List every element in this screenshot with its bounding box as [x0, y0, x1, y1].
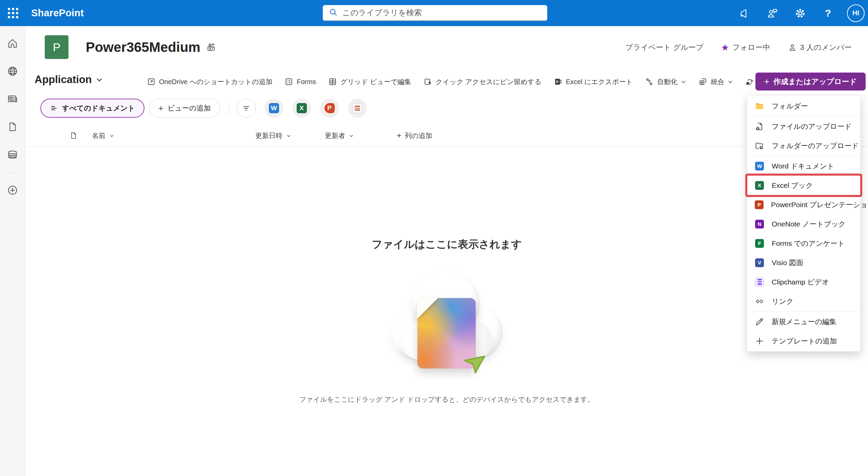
edit-grid-view-button[interactable]: グリッド ビューで編集: [328, 77, 411, 86]
account-button[interactable]: HI: [847, 4, 865, 22]
person-feedback-icon: [767, 7, 778, 19]
filter-views-button[interactable]: [237, 99, 256, 118]
folder-icon: [755, 101, 764, 111]
forms-icon: F: [755, 239, 764, 248]
current-view-button[interactable]: すべてのドキュメント: [40, 99, 144, 118]
add-view-button[interactable]: + ビューの追加: [149, 99, 220, 118]
avatar: HI: [847, 4, 865, 22]
onenote-icon: N: [755, 220, 764, 229]
search-input[interactable]: [342, 8, 526, 17]
modified-column-header[interactable]: 更新日時: [255, 126, 291, 145]
word-icon: W: [755, 162, 764, 171]
menu-item-word-document[interactable]: W Word ドキュメント: [747, 156, 860, 176]
menu-item-powerpoint-presentation[interactable]: P PowerPoint プレゼンテーション: [747, 195, 860, 214]
grid-icon: [328, 77, 337, 86]
menu-item-forms-survey[interactable]: F Forms でのアンケート: [747, 234, 860, 253]
app-launcher-button[interactable]: [0, 0, 26, 26]
plus-circle-icon: [7, 184, 18, 196]
powerpoint-template-button[interactable]: P: [320, 99, 339, 118]
menu-item-onenote-notebook[interactable]: N OneNote ノートブック: [747, 214, 860, 234]
command-bar: Application OneDrive へのショートカットの追加 Forms …: [25, 71, 868, 93]
integrate-dropdown[interactable]: 統合: [698, 77, 733, 86]
privacy-label: プライベート グループ: [625, 42, 703, 53]
members-button[interactable]: 3 人のメンバー: [788, 42, 852, 53]
table-header-rule: [25, 146, 868, 147]
plus-icon: +: [158, 103, 163, 114]
menu-item-excel-workbook[interactable]: X Excel ブック: [747, 176, 860, 195]
create-or-upload-button[interactable]: + 作成またはアップロード: [755, 73, 866, 91]
chevron-down-icon: [349, 134, 354, 138]
menu-item-visio-drawing[interactable]: V Visio 図面: [747, 253, 860, 272]
chevron-down-icon: [728, 79, 733, 84]
pin-icon: [423, 77, 432, 86]
sync-icon: [745, 77, 754, 86]
document-icon: [7, 121, 18, 132]
search-box[interactable]: [323, 5, 547, 21]
library-name-dropdown[interactable]: Application: [35, 74, 103, 86]
name-column-header[interactable]: 名前: [92, 126, 114, 145]
menu-separator: [747, 156, 860, 156]
empty-state: ファイルはここに表示されます ファイルをここにドラッグ アンド ドロップすると、…: [25, 149, 868, 404]
export-to-excel-button[interactable]: Excel にエクスポート: [554, 77, 633, 86]
automate-dropdown[interactable]: 自動化: [645, 77, 686, 86]
site-logo[interactable]: P: [45, 35, 68, 59]
documents-table-header: 名前 更新日時 更新者 + 列の追加: [25, 126, 868, 145]
suite-header: SharePoint ?: [0, 0, 868, 26]
follow-button[interactable]: ★ フォロー中: [721, 42, 770, 53]
app-rail: [0, 26, 25, 476]
rail-lists-button[interactable]: [0, 144, 25, 165]
create-menu: フォルダー ファイルのアップロード フォルダーのアップロード W Word ドキ…: [747, 95, 861, 352]
add-shortcut-icon: [147, 77, 156, 86]
rail-create-button[interactable]: [0, 180, 25, 201]
forms-button[interactable]: Forms: [284, 77, 316, 86]
plus-icon: +: [397, 131, 401, 140]
site-header: P Power365Medium プライベート グループ ★ フォロー中 3 人…: [25, 26, 868, 71]
help-button[interactable]: ?: [819, 4, 837, 22]
plus-icon: +: [764, 76, 769, 87]
feedback-button[interactable]: [764, 4, 781, 22]
empty-state-caption: ファイルをここにドラッグ アンド ドロップすると、どのデバイスからでもアクセスで…: [25, 395, 868, 404]
forms-list-icon: [284, 77, 293, 86]
integrate-icon: [698, 77, 707, 86]
folder-upload-icon: [755, 141, 764, 151]
settings-button[interactable]: [791, 4, 809, 22]
pin-to-quick-access-button[interactable]: クイック アクセスにピン留めする: [423, 77, 541, 86]
add-column-button[interactable]: + 列の追加: [397, 126, 432, 145]
cursor-arrow-graphic: [458, 344, 491, 377]
add-onedrive-shortcut-button[interactable]: OneDrive へのショートカットの追加: [147, 77, 272, 86]
search-icon: [329, 8, 338, 18]
menu-item-link[interactable]: リンク: [747, 292, 860, 311]
menu-item-upload-folder[interactable]: フォルダーのアップロード: [747, 136, 860, 155]
megaphone-icon: [739, 8, 750, 19]
onenote-template-button[interactable]: [348, 99, 367, 118]
menu-item-folder[interactable]: フォルダー: [747, 96, 860, 116]
rail-sites-button[interactable]: [0, 61, 25, 82]
plus-icon: [755, 336, 764, 346]
list-icon: [7, 149, 18, 160]
menu-item-clipchamp-video[interactable]: Clipchamp ビデオ: [747, 272, 860, 292]
site-title[interactable]: Power365Medium: [86, 40, 200, 55]
excel-template-button[interactable]: X: [292, 99, 311, 118]
file-type-column-header[interactable]: [70, 126, 78, 145]
news-icon: [7, 93, 18, 105]
chevron-down-icon: [681, 79, 686, 84]
menu-item-upload-file[interactable]: ファイルのアップロード: [747, 117, 860, 136]
excel-icon: X: [297, 103, 307, 113]
word-template-button[interactable]: W: [264, 99, 283, 118]
globe-icon: [7, 65, 18, 77]
pencil-icon: [755, 317, 764, 326]
announcements-button[interactable]: [736, 4, 753, 22]
person-icon: [788, 43, 797, 52]
rail-news-button[interactable]: [0, 88, 25, 110]
rail-home-button[interactable]: [0, 33, 25, 54]
brand-title[interactable]: SharePoint: [31, 7, 84, 19]
menu-item-edit-new-menu[interactable]: 新規メニューの編集: [747, 312, 860, 331]
teams-icon: [206, 42, 216, 53]
menu-item-add-template[interactable]: テンプレートの追加: [747, 331, 860, 351]
word-icon: W: [269, 103, 279, 113]
modified-by-column-header[interactable]: 更新者: [325, 126, 354, 145]
visio-icon: V: [755, 258, 764, 267]
rail-documents-button[interactable]: [0, 116, 25, 137]
star-icon: ★: [721, 43, 729, 52]
gear-icon: [794, 7, 806, 19]
